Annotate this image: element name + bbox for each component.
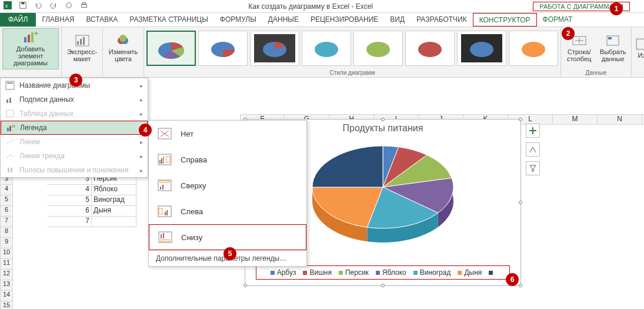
change-colors-label: Изменить цвета (105, 48, 141, 62)
cell[interactable]: 7 (47, 217, 92, 227)
cell[interactable]: Яблоко (92, 185, 136, 195)
row-header[interactable]: 12 (0, 270, 13, 280)
legend-option-bottom[interactable]: Снизу (149, 224, 306, 250)
quick-access-toolbar: x (2, 1, 88, 11)
touch-mode-icon[interactable] (65, 1, 73, 11)
chart-legend[interactable]: АрбузВишняПерсикЯблокоВиноградДыня (256, 265, 510, 280)
row-header[interactable]: 14 (0, 291, 13, 301)
tab-formulas[interactable]: ФОРМУЛЫ (214, 13, 262, 26)
col-header[interactable]: N (598, 114, 642, 125)
chart-style-5[interactable] (353, 31, 403, 66)
callout-badge-3: 3 (69, 74, 82, 87)
legend-item[interactable]: Арбуз (271, 268, 296, 277)
chart-styles-button[interactable] (526, 142, 540, 157)
row-header[interactable]: 10 (0, 248, 13, 259)
row-header[interactable]: 11 (0, 259, 13, 270)
tab-file[interactable]: ФАЙЛ (0, 13, 36, 26)
legend-item[interactable]: Дыня (458, 268, 482, 277)
excel-icon: x (4, 1, 12, 11)
tab-format[interactable]: ФОРМАТ (537, 13, 579, 26)
switch-row-column-label: Строка/ столбец (563, 48, 595, 62)
tab-page-layout[interactable]: РАЗМЕТКА СТРАНИЦЫ (124, 13, 214, 26)
chart-style-6[interactable] (405, 31, 455, 66)
resize-handle[interactable] (381, 118, 385, 121)
cell-grid: 3Персик 4Яблоко 5Виноград 6Дыня 7 (47, 174, 136, 227)
menu-item-lines: Линии▸ (1, 135, 148, 149)
tab-design[interactable]: КОНСТРУКТОР (473, 13, 537, 26)
cell[interactable]: 5 (47, 195, 92, 206)
svg-rect-58 (163, 233, 164, 238)
legend-submenu: Нет Справа Сверху Слева Снизу Дополнител… (148, 120, 307, 267)
legend-item[interactable]: Виноград (413, 268, 451, 277)
row-header[interactable]: 15 (0, 301, 13, 309)
legend-item[interactable]: Персик (339, 268, 369, 277)
change-colors-button[interactable]: Изменить цвета (105, 34, 141, 62)
resize-handle[interactable] (519, 118, 522, 121)
svg-rect-37 (7, 128, 9, 131)
tab-view[interactable]: ВИД (384, 13, 411, 26)
tab-data[interactable]: ДАННЫЕ (262, 13, 305, 26)
resize-handle[interactable] (519, 284, 522, 287)
menu-item-legend[interactable]: Легенда▸ (1, 121, 148, 135)
row-header[interactable]: 9 (0, 238, 13, 248)
redo-icon[interactable] (49, 1, 58, 11)
tab-review[interactable]: РЕЦЕНЗИРОВАНИЕ (305, 13, 384, 26)
legend-option-top[interactable]: Сверху (149, 172, 306, 198)
quick-layout-button[interactable]: Экспресс-макет (64, 34, 100, 62)
row-header[interactable]: 13 (0, 280, 13, 291)
cell[interactable]: Виноград (92, 195, 136, 206)
resize-handle[interactable] (519, 201, 522, 204)
cell[interactable]: 4 (47, 185, 92, 195)
row-header[interactable]: 5 (0, 195, 13, 206)
tab-insert[interactable]: ВСТАВКА (80, 13, 124, 26)
chart-filters-button[interactable] (526, 161, 540, 175)
chart-style-8[interactable] (509, 31, 558, 66)
legend-option-none[interactable]: Нет (149, 121, 306, 147)
tab-home[interactable]: ГЛАВНАЯ (36, 13, 80, 26)
legend-option-left[interactable]: Слева (149, 198, 306, 224)
cell[interactable] (92, 217, 136, 227)
row-header[interactable]: 7 (0, 217, 13, 227)
row-header[interactable]: 4 (0, 185, 13, 195)
row-header[interactable]: 6 (0, 206, 13, 217)
svg-rect-50 (160, 187, 161, 190)
svg-point-4 (66, 3, 72, 8)
legend-swatch (271, 271, 275, 275)
add-chart-element-menu: Название диаграммы▸ Подписи данных▸ Табл… (0, 78, 148, 178)
legend-swatch (303, 271, 307, 275)
chart-style-2[interactable] (198, 31, 248, 66)
row-header[interactable]: 8 (0, 227, 13, 238)
callout-badge-4: 4 (139, 124, 152, 137)
legend-label: Арбуз (277, 268, 296, 277)
chart-style-1[interactable] (146, 31, 196, 66)
legend-item[interactable] (489, 268, 495, 277)
legend-item[interactable]: Вишня (303, 268, 331, 277)
legend-item[interactable]: Яблоко (376, 268, 406, 277)
select-data-button[interactable]: Выбрать данные (598, 34, 629, 62)
undo-icon[interactable] (34, 1, 42, 11)
chevron-right-icon: ▸ (140, 97, 143, 103)
svg-rect-49 (160, 181, 169, 182)
resize-handle[interactable] (243, 284, 247, 287)
legend-option-right[interactable]: Справа (149, 147, 306, 172)
svg-point-22 (315, 42, 338, 57)
add-chart-element-button[interactable]: + Добавить элемент диаграммы (2, 28, 59, 69)
save-icon[interactable] (19, 1, 27, 11)
chart-style-7[interactable] (457, 31, 506, 66)
print-icon[interactable] (80, 1, 88, 11)
chart-style-4[interactable] (302, 31, 351, 66)
cell[interactable]: Дыня (92, 206, 136, 217)
change-chart-type-button[interactable]: Из (634, 38, 644, 59)
menu-item-data-labels[interactable]: Подписи данных▸ (1, 92, 148, 107)
cell[interactable]: 6 (47, 206, 92, 217)
resize-handle[interactable] (381, 284, 385, 287)
tab-developer[interactable]: РАЗРАБОТЧИК (411, 13, 473, 26)
col-header[interactable]: M (553, 114, 598, 125)
svg-rect-55 (166, 210, 168, 215)
svg-rect-54 (165, 212, 166, 215)
chart-elements-button[interactable] (526, 124, 540, 138)
chart-style-3[interactable] (250, 31, 299, 66)
svg-point-27 (522, 42, 545, 57)
svg-point-23 (366, 42, 390, 57)
data-group-label: Данные (561, 69, 631, 77)
